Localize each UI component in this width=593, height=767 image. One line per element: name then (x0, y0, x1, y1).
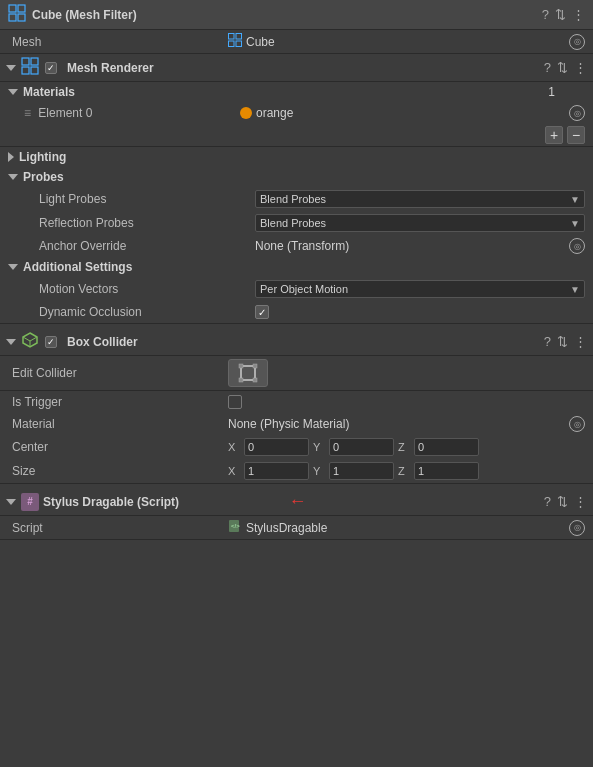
motion-vectors-select[interactable]: Per Object Motion ▼ (255, 280, 585, 298)
script-row: Script </> StylusDragable ◎ (0, 516, 593, 539)
reflection-probes-value-col: Blend Probes ▼ (255, 214, 585, 232)
dynamic-occlusion-label: Dynamic Occlusion (35, 305, 255, 319)
probes-label: Probes (23, 170, 64, 184)
box-collider-toggle[interactable]: ✓ (45, 336, 57, 348)
edit-collider-btn[interactable] (228, 359, 268, 387)
script-value-col: </> StylusDragable ◎ (228, 519, 585, 536)
bc-more-icon[interactable]: ⋮ (574, 334, 587, 349)
light-probes-arrow: ▼ (570, 194, 580, 205)
is-trigger-row: Is Trigger (0, 391, 593, 413)
anchor-override-label: Anchor Override (35, 239, 255, 253)
add-material-btn[interactable]: + (545, 126, 563, 144)
size-x-input[interactable] (244, 462, 309, 480)
stylus-dragable-panel: # Stylus Dragable (Script) ← ? ⇅ ⋮ Scrip… (0, 488, 593, 540)
materials-header[interactable]: Materials 1 (0, 82, 593, 102)
mr-sliders-icon[interactable]: ⇅ (557, 60, 568, 75)
svg-rect-10 (22, 67, 29, 74)
edit-collider-row: Edit Collider (0, 356, 593, 390)
additional-settings-icon (8, 264, 18, 270)
box-collider-icon (21, 331, 39, 352)
size-y-label: Y (313, 465, 325, 477)
orange-dot-icon (240, 107, 252, 119)
center-x-input[interactable] (244, 438, 309, 456)
svg-rect-9 (31, 58, 38, 65)
dynamic-occlusion-row: Dynamic Occlusion ✓ (0, 301, 593, 323)
reflection-probes-row: Reflection Probes Blend Probes ▼ (0, 211, 593, 235)
center-row: Center X Y Z (0, 435, 593, 459)
lighting-header[interactable]: Lighting (0, 147, 593, 167)
size-z-input[interactable] (414, 462, 479, 480)
cube-grid-icon (8, 4, 26, 25)
more-icon[interactable]: ⋮ (572, 7, 585, 22)
svg-rect-6 (229, 41, 235, 47)
motion-vectors-value-col: Per Object Motion ▼ (255, 280, 585, 298)
mr-help-icon[interactable]: ? (544, 60, 551, 75)
mesh-renderer-actions: ? ⇅ ⋮ (544, 60, 587, 75)
help-icon[interactable]: ? (542, 7, 549, 22)
bc-sliders-icon[interactable]: ⇅ (557, 334, 568, 349)
center-x-label: X (228, 441, 240, 453)
sd-sliders-icon[interactable]: ⇅ (557, 494, 568, 509)
svg-line-13 (23, 337, 30, 341)
center-z-label: Z (398, 441, 410, 453)
size-y-input[interactable] (329, 462, 394, 480)
center-y-input[interactable] (329, 438, 394, 456)
light-probes-select[interactable]: Blend Probes ▼ (255, 190, 585, 208)
sliders-icon[interactable]: ⇅ (555, 7, 566, 22)
motion-vectors-arrow: ▼ (570, 284, 580, 295)
size-value-col: X Y Z (228, 462, 585, 480)
anchor-override-value-col: None (Transform) ◎ (255, 238, 585, 254)
element0-target-icon[interactable]: ◎ (569, 105, 585, 121)
center-y-label: Y (313, 441, 325, 453)
is-trigger-checkbox[interactable] (228, 395, 242, 409)
materials-label: Materials (23, 85, 75, 99)
light-probes-value: Blend Probes (260, 193, 326, 205)
box-collider-panel: ✓ Box Collider ? ⇅ ⋮ Edit Collider Is Tr… (0, 328, 593, 484)
size-xyz: X Y Z (228, 462, 479, 480)
size-row: Size X Y Z (0, 459, 593, 483)
mesh-row: Mesh Cube ◎ (0, 30, 593, 53)
dynamic-occlusion-checkbox[interactable]: ✓ (255, 305, 269, 319)
sd-more-icon[interactable]: ⋮ (574, 494, 587, 509)
additional-settings-header[interactable]: Additional Settings (0, 257, 593, 277)
mesh-filter-header: Cube (Mesh Filter) ? ⇅ ⋮ (0, 0, 593, 30)
stylus-title: Stylus Dragable (Script) (43, 495, 280, 509)
mr-more-icon[interactable]: ⋮ (574, 60, 587, 75)
mesh-renderer-toggle[interactable]: ✓ (45, 62, 57, 74)
mesh-filter-title: Cube (Mesh Filter) (32, 8, 542, 22)
sd-help-icon[interactable]: ? (544, 494, 551, 509)
collapse-stylus[interactable] (6, 499, 16, 505)
stylus-actions: ? ⇅ ⋮ (544, 494, 587, 509)
box-collider-title: Box Collider (67, 335, 544, 349)
svg-rect-4 (229, 34, 235, 40)
motion-vectors-label: Motion Vectors (35, 282, 255, 296)
probes-collapse-icon (8, 174, 18, 180)
svg-rect-1 (18, 5, 25, 12)
bc-material-target-icon[interactable]: ◎ (569, 416, 585, 432)
mesh-label: Mesh (8, 35, 228, 49)
element0-row: ≡ Element 0 orange ◎ (0, 102, 593, 124)
size-x-label: X (228, 465, 240, 477)
svg-rect-19 (239, 378, 243, 382)
collapse-mesh-renderer[interactable] (6, 65, 16, 71)
mesh-target-icon[interactable]: ◎ (569, 34, 585, 50)
bc-help-icon[interactable]: ? (544, 334, 551, 349)
dynamic-occlusion-value-col: ✓ (255, 305, 585, 319)
edit-collider-value-col (228, 359, 585, 387)
mesh-value-col: Cube ◎ (228, 33, 585, 50)
probes-header[interactable]: Probes (0, 167, 593, 187)
script-file-icon: </> (228, 519, 242, 536)
script-target-icon[interactable]: ◎ (569, 520, 585, 536)
red-arrow-icon: ← (288, 491, 306, 512)
bc-material-value: None (Physic Material) (228, 417, 565, 431)
reflection-probes-select[interactable]: Blend Probes ▼ (255, 214, 585, 232)
center-z-input[interactable] (414, 438, 479, 456)
hash-icon: # (21, 493, 39, 511)
svg-rect-20 (253, 378, 257, 382)
reflection-probes-arrow: ▼ (570, 218, 580, 229)
anchor-target-icon[interactable]: ◎ (569, 238, 585, 254)
remove-material-btn[interactable]: − (567, 126, 585, 144)
light-probes-label: Light Probes (35, 192, 255, 206)
motion-vectors-value: Per Object Motion (260, 283, 348, 295)
collapse-box-collider[interactable] (6, 339, 16, 345)
